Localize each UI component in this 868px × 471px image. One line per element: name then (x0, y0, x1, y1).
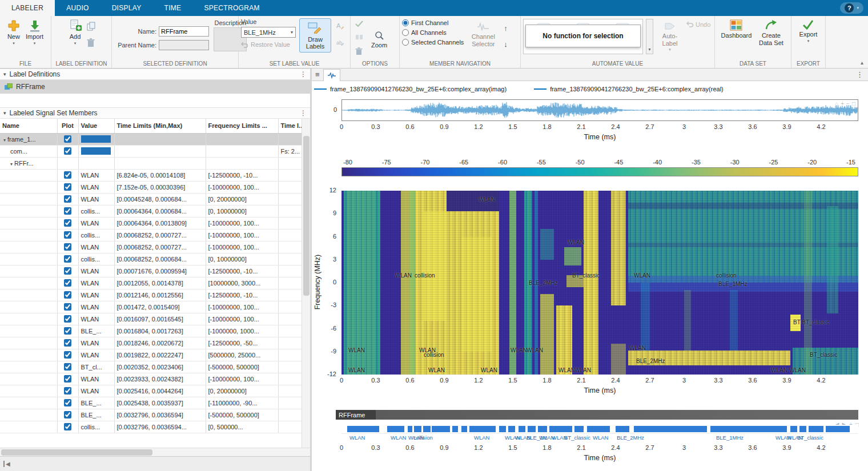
member-row[interactable]: WLAN[0.0023933, 0.0024382][-10000000, 10… (0, 373, 302, 385)
signal-region-label[interactable]: BLE_2MHz (636, 358, 665, 364)
signal-region-label[interactable]: WLAN (395, 272, 412, 279)
label-segment[interactable] (574, 426, 584, 432)
all-channels-radio[interactable]: All Channels (402, 29, 464, 36)
panel-menu-icon[interactable]: ⋮ (300, 70, 307, 78)
display-options-icon[interactable]: ⋮ (856, 70, 863, 79)
column-header[interactable]: Time Limits (Min,Max) (114, 119, 206, 133)
signal-region-label[interactable]: WLAN (481, 367, 497, 373)
label-segment[interactable] (799, 426, 806, 432)
signal-display-tab[interactable] (323, 69, 340, 81)
label-segment[interactable] (538, 426, 547, 432)
member-row[interactable]: WLAN[0.00068252, 0.000727...[-10000000, … (0, 241, 302, 253)
tab-audio[interactable]: AUDIO (55, 0, 101, 16)
plot-checkbox[interactable] (64, 387, 71, 394)
plot-checkbox[interactable] (64, 231, 71, 239)
signal-region-label[interactable]: BLE_1MHz (718, 281, 748, 287)
member-row[interactable]: ▾frame_1... (0, 133, 302, 145)
label-segment[interactable] (616, 426, 629, 432)
gallery-expand-button[interactable]: ▾ (646, 19, 653, 54)
label-segment[interactable] (387, 426, 404, 432)
signal-region-label[interactable]: BT_classic (810, 352, 837, 358)
plot-checkbox[interactable] (64, 315, 71, 323)
signal-region-label[interactable]: WLAN (789, 367, 806, 373)
plot-checkbox[interactable] (64, 267, 71, 275)
signal-region-label[interactable]: BT_classic (802, 319, 829, 325)
previous-member-button[interactable]: ↑ (503, 23, 509, 34)
scrollbar-thumb[interactable] (303, 136, 310, 296)
plot-checkbox[interactable] (64, 279, 71, 287)
collapse-triangle-icon[interactable]: ▾ (3, 71, 6, 77)
signal-region-label[interactable]: WLAN (527, 347, 543, 353)
plot-checkbox[interactable] (64, 411, 71, 418)
plot-checkbox[interactable] (64, 351, 71, 359)
expander-icon[interactable]: ▾ (3, 138, 6, 143)
label-segment[interactable] (519, 426, 525, 432)
time-plot[interactable]: ⌂+−□ (341, 99, 858, 121)
member-row[interactable]: BT_cl...[0.0020352, 0.0023406][-500000, … (0, 361, 302, 373)
signal-region-label[interactable]: WLAN (771, 367, 787, 373)
signal-region-label[interactable]: WLAN (574, 367, 591, 373)
expander-icon[interactable]: ▾ (10, 162, 13, 167)
label-segment[interactable] (461, 426, 467, 432)
name-input[interactable] (159, 26, 209, 37)
member-row[interactable]: WLAN[7.152e-05, 0.00030396][-10000000, 1… (0, 181, 302, 193)
signal-region-label[interactable]: BT (793, 319, 801, 325)
scrollbar-thumb[interactable] (1, 449, 152, 456)
spectrogram[interactable]: WLANcollisionWLANWLANBLE_2MHzBT_classicW… (341, 191, 858, 375)
first-channel-radio[interactable]: First Channel (402, 19, 464, 26)
restore-value-button[interactable]: Restore Value (241, 39, 296, 48)
member-row[interactable]: BLE_...[0.0016804, 0.0017263][-1000000, … (0, 325, 302, 337)
label-segment[interactable] (587, 426, 610, 432)
label-name-display-button[interactable]: A (335, 21, 345, 33)
label-segment[interactable] (408, 426, 412, 432)
label-segment[interactable] (469, 426, 496, 432)
create-data-set-button[interactable]: Create Data Set (755, 17, 787, 46)
column-header[interactable]: Frequency Limits ... (206, 119, 278, 133)
auto-label-button[interactable]: Auto-Label ▾ (656, 19, 684, 54)
plot-checkbox[interactable] (64, 399, 71, 406)
signal-region-label[interactable]: WLAN (348, 347, 365, 353)
plot-checkbox[interactable] (64, 363, 71, 371)
member-row[interactable]: collis...[0.00064364, 0.000684...[0, 100… (0, 205, 302, 217)
tab-display[interactable]: DISPLAY (101, 0, 153, 16)
selected-channels-radio[interactable]: Selected Channels (402, 39, 464, 46)
label-segment[interactable] (432, 426, 450, 432)
member-row[interactable]: WLAN[0.0018246, 0.0020672][-12500000, -5… (0, 337, 302, 349)
member-row[interactable]: collis...[0.0032796, 0.0036594...[0, 500… (0, 421, 302, 433)
pan-icon[interactable]: □ (852, 100, 855, 107)
signal-region-label[interactable]: WLAN (634, 272, 650, 279)
signal-region-label[interactable]: WLAN (479, 196, 495, 203)
plot-checkbox[interactable] (64, 339, 71, 347)
label-segment[interactable] (414, 426, 421, 432)
plot-checkbox[interactable] (64, 255, 71, 263)
signal-region-label[interactable]: collision (424, 352, 444, 358)
merge-labels-button[interactable] (354, 33, 364, 43)
column-header[interactable]: Plot (57, 119, 78, 133)
parent-name-input[interactable] (159, 40, 209, 50)
panel-menu-icon[interactable]: ⋮ (300, 109, 307, 117)
plot-checkbox[interactable] (64, 243, 71, 251)
zoom-button[interactable]: Zoom (369, 18, 389, 58)
definition-row-rfframe[interactable]: RFFrame (0, 80, 310, 94)
member-row[interactable]: WLAN[0.0025416, 0.0044264][0, 20000000] (0, 385, 302, 397)
label-segment[interactable] (634, 426, 707, 432)
label-segment[interactable] (528, 426, 536, 432)
dashboard-button[interactable]: Dashboard (719, 17, 754, 46)
collapse-ribbon-button[interactable]: ▴ (861, 59, 863, 66)
member-row[interactable]: WLAN[0.0012146, 0.0012556][-12500000, -1… (0, 289, 302, 301)
label-segment[interactable] (710, 426, 787, 432)
duplicate-definition-button[interactable] (86, 21, 97, 34)
label-segment[interactable] (809, 426, 823, 432)
plot-checkbox[interactable] (64, 195, 71, 203)
signal-region-label[interactable]: WLAN (568, 239, 584, 245)
member-row[interactable]: WLAN[0.0016097, 0.0016545][-10000000, 10… (0, 313, 302, 325)
plot-checkbox[interactable] (64, 207, 71, 215)
member-row[interactable]: WLAN[0.00071676, 0.0009594][-12500000, -… (0, 265, 302, 277)
accept-label-button[interactable] (354, 19, 364, 30)
label-strip[interactable] (341, 425, 858, 434)
member-row[interactable]: com...Fs: 2... (0, 145, 302, 157)
member-row[interactable]: BLE_...[0.0025438, 0.0035937][-11000000,… (0, 397, 302, 409)
members-header[interactable]: ▾ Labeled Signal Set Members ⋮ (0, 107, 310, 119)
value-dropdown[interactable]: BLE_1MHz ▾ (241, 27, 296, 38)
plot-checkbox[interactable] (64, 423, 71, 430)
